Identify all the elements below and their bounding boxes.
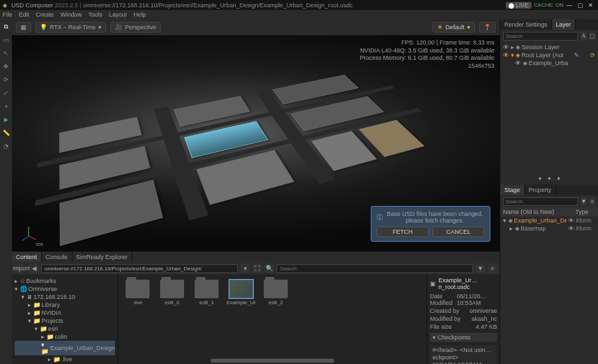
checkbox-icon[interactable]: ▣ [430,280,436,287]
menu-create[interactable]: Create [36,11,54,18]
tool-cursor[interactable]: ↖ [1,48,11,58]
thumb-scrollbar[interactable] [211,359,334,363]
nav-back-button[interactable]: ◀ [29,264,39,273]
browser-tree: ▸ ☆ Bookmarks ▾ 🌐 Omniverse ▾ 🖥 172.168.… [12,274,118,364]
menu-layout[interactable]: Layout [109,11,127,18]
viewport-stats: FPS: 120.00 | Frame time: 8.33 ms NVIDIA… [359,39,494,70]
options-button[interactable]: ⛶ [252,264,262,273]
browser-filter-button[interactable]: ▼ [476,264,485,273]
cancel-button[interactable]: CANCEL [433,227,484,237]
viewport-3d[interactable]: FPS: 120.00 | Frame time: 8.33 ms NVIDIA… [12,35,500,251]
tool-select[interactable]: ▭ [1,35,11,45]
window-title: USD Composer 2023.2.5 | omniverse://172.… [11,2,506,9]
tab-simready[interactable]: SimReady Explorer [72,252,133,262]
tool-anim[interactable]: ◔ [1,141,11,151]
stage-menu-icon[interactable]: ≡ [589,197,595,206]
filter-button[interactable]: ▾ [241,264,250,273]
reload-icon[interactable]: ⟳ [590,52,595,58]
layer-filter-icon[interactable]: Ａ [581,31,587,41]
tree-projects[interactable]: ▾ 📁 Projects [15,317,115,325]
viewport-layout-button[interactable]: ▦ [16,22,31,33]
thumbnail-grid: .live edit_0 edit_1 Example_Urban_….usdc… [118,274,427,364]
thumb-live[interactable]: .live [124,280,151,306]
tool-strip: ⧉ ▭ ↖ ✥ ⟳ ⤢ ⌖ ▶ 📏 ◔ [0,19,12,364]
tree-child-0[interactable]: ▸ 📁 .live [15,355,115,363]
lighting-button[interactable]: ☀ Default ▾ [433,22,475,33]
tool-snap[interactable]: ⌖ [1,102,11,111]
detail-size: File size4.47 KB [430,323,497,330]
menu-tools[interactable]: Tools [88,11,102,18]
stage-row-basemap[interactable]: ▸ ◈Basemap 👁 Xform [500,225,598,232]
minimize-button[interactable]: — [565,1,574,9]
tab-render-settings[interactable]: Render Settings [500,19,552,30]
detail-created: Created byomniverse [430,308,497,314]
menu-file[interactable]: File [3,11,13,18]
tab-layer[interactable]: Layer [552,19,576,30]
fetch-toast: ⓘBase USD files have been changed, pleas… [371,206,490,242]
menu-edit[interactable]: Edit [19,11,30,18]
thumb-usd-root[interactable]: Example_Urban_….usdc [227,280,255,306]
tree-host[interactable]: ▾ 🖥 172.168.216.10 [15,293,115,301]
checkpoint-0[interactable]: #<head>- <Not usin…eckpoint> 06/11/24 10… [430,345,497,364]
close-button[interactable]: ✕ [586,1,595,9]
browser-search-input[interactable] [276,264,473,273]
import-button[interactable]: + Import [15,264,24,273]
gizmo-icon-3[interactable]: ✦ [556,175,561,182]
tool-scale[interactable]: ⤢ [1,88,11,98]
stage-header: Name (Old to New)Type [500,207,598,217]
camera-button[interactable]: 🎥 Perspective [110,22,161,33]
svg-line-2 [22,236,29,240]
tree-bookmarks[interactable]: ▸ ☆ Bookmarks [15,277,115,285]
tool-move[interactable]: ✥ [1,62,11,71]
tab-content[interactable]: Content [12,252,42,262]
right-column: Render Settings Layer Ａ ▢ ▤ ≡ 👁 ▸ ◈ Sess… [500,19,598,364]
tab-stage[interactable]: Stage [500,185,525,195]
layer-session[interactable]: 👁 ▸ ◈ Session Layer [503,43,595,51]
svg-line-1 [29,236,36,239]
eye-icon[interactable]: 👁 [568,225,574,232]
browser-tabs: Content Console SimReady Explorer [12,252,500,262]
tab-console[interactable]: Console [42,252,72,262]
tool-navigate[interactable]: ⧉ [1,22,11,31]
stage-search-input[interactable] [503,197,578,206]
layer-child[interactable]: 👁 ◈ Example_Urba [503,59,595,67]
layer-search-input[interactable] [503,32,578,41]
tab-property[interactable]: Property [525,185,556,195]
stage-filter-icon[interactable]: ▼ [581,197,587,206]
detail-date: Date Modified06/11/20… 10:53AM [430,293,497,306]
gizmo-icon-1[interactable]: ✦ [538,175,543,182]
eye-icon[interactable]: 👁 [568,217,574,224]
tree-library[interactable]: ▸ 📁 Library [15,301,115,309]
tree-nvidia[interactable]: ▸ 📁 NVIDIA [15,309,115,317]
maximize-button[interactable]: ▢ [575,1,585,9]
layer-view1-icon[interactable]: ▢ [589,31,595,41]
file-details: ▣ Example_Ur…n_root.usdc Date Modified06… [427,274,500,364]
layer-root[interactable]: 👁 ▾ ◈ Root Layer (Aut ✎ ⟳ [503,51,595,59]
thumb-edit0[interactable]: edit_0 [158,280,186,306]
render-mode-button[interactable]: 💡 RTX – Real-Time ▾ [35,22,106,33]
axis-gizmo[interactable] [19,225,39,242]
checkpoints-header[interactable]: ▾ Checkpoints [430,333,497,342]
tree-selected-folder[interactable]: ▾ 📁 Example_Urban_Design [15,341,115,355]
tool-rotate[interactable]: ⟳ [1,75,11,84]
location-button[interactable]: 📍 [479,22,496,33]
tree-esri[interactable]: ▾ 📁 esri [15,325,115,333]
stage-row-root[interactable]: ▾ ◈Example_Urban_Design 👁 Xform [500,217,598,225]
details-filename: Example_Ur…n_root.usdc [439,277,497,290]
tool-play[interactable]: ▶ [1,115,11,124]
browser-menu-button[interactable]: ≡ [488,264,497,273]
viewport-toolbar: ▦ 💡 RTX – Real-Time ▾ 🎥 Perspective ☀ De… [12,19,500,35]
tree-colin[interactable]: ▸ 📁 colin [15,333,115,341]
layer-tree: 👁 ▸ ◈ Session Layer 👁 ▾ ◈ Root Layer (Au… [500,42,598,68]
thumb-edit2[interactable]: edit_2 [262,280,290,306]
menu-window[interactable]: Window [60,11,82,18]
tool-measure[interactable]: 📏 [1,128,11,137]
gizmo-icon-2[interactable]: ✦ [547,175,552,182]
path-input[interactable] [41,264,238,273]
live-badge[interactable]: ⬤ LIVE [506,2,532,9]
menu-help[interactable]: Help [134,11,146,18]
thumb-edit1[interactable]: edit_1 [193,280,221,306]
tree-omniverse[interactable]: ▾ 🌐 Omniverse [15,285,115,293]
fetch-button[interactable]: FETCH [377,227,429,237]
menu-bar: File Edit Create Window Tools Layout Hel… [0,10,598,19]
